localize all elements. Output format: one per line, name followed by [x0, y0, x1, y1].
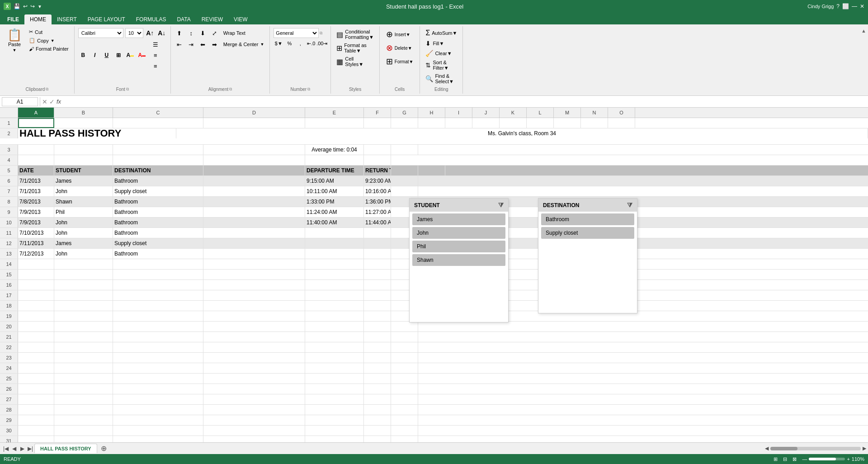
cell-e26[interactable] [305, 384, 364, 394]
sheet-nav-last[interactable]: ▶| [26, 445, 34, 453]
col-header-l[interactable]: L [527, 108, 554, 118]
cell-n1[interactable] [581, 118, 608, 128]
cell-g20[interactable] [391, 322, 418, 331]
cell-c13[interactable]: Bathroom [113, 249, 203, 259]
cell-c6[interactable]: Bathroom [113, 176, 203, 186]
col-header-f[interactable]: F [364, 108, 391, 118]
cell-g7[interactable] [391, 186, 418, 196]
fill-color-button[interactable]: A▬ [125, 50, 135, 60]
cell-m1[interactable] [554, 118, 581, 128]
normal-view-button[interactable]: ⊞ [774, 456, 778, 462]
cell-e23[interactable] [305, 353, 364, 363]
tab-view[interactable]: VIEW [228, 14, 253, 24]
cell-d13[interactable] [203, 249, 305, 259]
cell-c28[interactable] [113, 405, 203, 415]
cell-d12[interactable] [203, 238, 305, 248]
cell-a14[interactable] [18, 259, 54, 269]
cell-e25[interactable] [305, 374, 364, 384]
cell-c15[interactable] [113, 270, 203, 279]
page-break-button[interactable]: ⊠ [793, 456, 797, 462]
autosum-button[interactable]: Σ AutoSum▼ [424, 28, 459, 38]
cell-g21[interactable] [391, 332, 418, 342]
cell-d25[interactable] [203, 374, 305, 384]
minimize-button[interactable]: — [852, 3, 857, 9]
cell-d26[interactable] [203, 384, 305, 394]
cell-d4[interactable] [203, 155, 305, 165]
slicer-item-supply-closet[interactable]: Supply closet [541, 227, 634, 239]
cell-b5[interactable]: STUDENT [54, 166, 113, 175]
cell-c11[interactable]: Bathroom [113, 228, 203, 238]
cell-f20[interactable] [364, 322, 391, 331]
cell-a13[interactable]: 7/12/2013 [18, 249, 54, 259]
cell-f5[interactable]: RETURN TIME [364, 166, 391, 175]
cell-a5[interactable]: DATE [18, 166, 54, 175]
cell-b9[interactable]: Phil [54, 207, 113, 217]
cell-d27[interactable] [203, 394, 305, 404]
decrease-font-button[interactable]: A↓ [157, 28, 167, 38]
cell-f16[interactable] [364, 280, 391, 290]
cell-b27[interactable] [54, 394, 113, 404]
page-layout-button[interactable]: ⊟ [783, 456, 787, 462]
cell-b6[interactable]: James [54, 176, 113, 186]
cell-b4[interactable] [54, 155, 113, 165]
cell-a3[interactable] [18, 145, 54, 155]
percent-button[interactable]: % [284, 39, 294, 47]
cell-a25[interactable] [18, 374, 54, 384]
cell-d1[interactable] [203, 118, 305, 128]
cell-d24[interactable] [203, 363, 305, 373]
cell-d17[interactable] [203, 290, 305, 300]
cell-c24[interactable] [113, 363, 203, 373]
slicer-item-phil[interactable]: Phil [412, 241, 505, 252]
wrap-text-button[interactable]: Wrap Text [222, 29, 247, 37]
cell-f6[interactable]: 9:23:00 AM [364, 176, 391, 186]
cell-b13[interactable]: John [54, 249, 113, 259]
cell-b1[interactable] [54, 118, 113, 128]
cell-f28[interactable] [364, 405, 391, 415]
cell-d11[interactable] [203, 228, 305, 238]
cell-a9[interactable]: 7/9/2013 [18, 207, 54, 217]
font-name-select[interactable]: Calibri [78, 28, 123, 38]
cell-b25[interactable] [54, 374, 113, 384]
formula-input[interactable] [63, 99, 866, 105]
cell-e3[interactable]: Average time: 0:04 [305, 145, 364, 155]
bold-button[interactable]: B [78, 50, 88, 60]
cell-h1[interactable] [418, 118, 445, 128]
cell-d16[interactable] [203, 280, 305, 290]
cell-a30[interactable] [18, 426, 54, 436]
sheet-nav-prev[interactable]: ◀ [10, 445, 18, 453]
cell-f13[interactable] [364, 249, 391, 259]
slicer-item-shawn[interactable]: Shawn [412, 254, 505, 266]
cell-c20[interactable] [113, 322, 203, 331]
alignment-expand[interactable]: ⧉ [229, 87, 232, 92]
cell-a12[interactable]: 7/11/2013 [18, 238, 54, 248]
zoom-in-button[interactable]: + [847, 456, 849, 462]
col-header-i[interactable]: I [445, 108, 472, 118]
cell-a6[interactable]: 7/1/2013 [18, 176, 54, 186]
cell-b14[interactable] [54, 259, 113, 269]
cell-g6[interactable] [391, 176, 418, 186]
horizontal-scrollbar[interactable] [770, 447, 861, 450]
cell-c9[interactable]: Bathroom [113, 207, 203, 217]
quick-access-save[interactable]: 💾 [14, 3, 20, 9]
ribbon-collapse[interactable]: ▲ [859, 26, 868, 35]
cell-b28[interactable] [54, 405, 113, 415]
cell-f19[interactable] [364, 311, 391, 321]
col-header-d[interactable]: D [203, 108, 305, 118]
cell-b10[interactable]: John [54, 218, 113, 227]
cell-d14[interactable] [203, 259, 305, 269]
cell-e6[interactable]: 9:15:00 AM [305, 176, 364, 186]
tab-file[interactable]: FILE [2, 14, 24, 24]
cell-e16[interactable] [305, 280, 364, 290]
cell-a1[interactable] [18, 118, 54, 128]
cell-b11[interactable]: John [54, 228, 113, 238]
slicer-item-bathroom[interactable]: Bathroom [541, 213, 634, 225]
cell-b22[interactable] [54, 342, 113, 352]
cell-f11[interactable] [364, 228, 391, 238]
cell-c25[interactable] [113, 374, 203, 384]
cell-f14[interactable] [364, 259, 391, 269]
cell-b19[interactable] [54, 311, 113, 321]
delete-button[interactable]: ⊗ Delete▼ [383, 42, 415, 54]
cell-styles-button[interactable]: ▦ CellStyles▼ [335, 55, 365, 68]
cell-f10[interactable]: 11:44:00 AM [364, 218, 391, 227]
add-sheet-button[interactable]: ⊕ [99, 444, 109, 454]
